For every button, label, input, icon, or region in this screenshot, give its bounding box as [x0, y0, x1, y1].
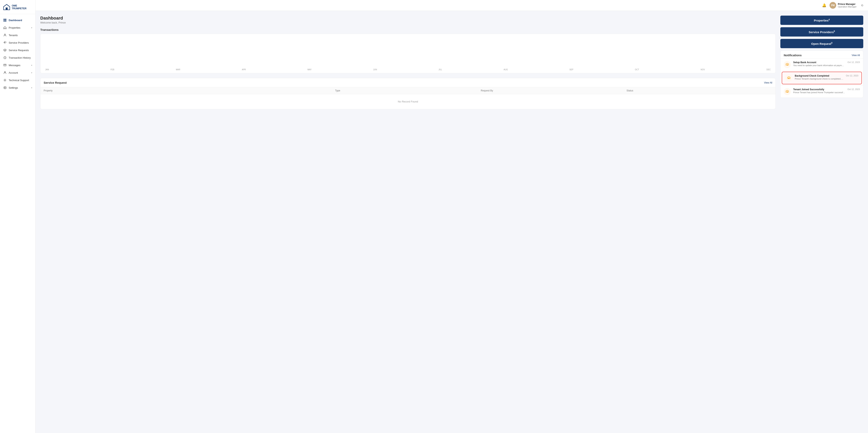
notification-date-3: Oct 12, 2023	[847, 88, 860, 90]
message-icon	[3, 63, 7, 67]
chevron-down-icon: ▾	[31, 27, 32, 29]
settings-icon	[3, 86, 7, 89]
month-feb: FEB	[111, 68, 114, 71]
notification-item-1[interactable]: Setup Bank Account You need to update yo…	[780, 58, 863, 70]
svg-rect-5	[4, 20, 5, 22]
sidebar-item-technical-support[interactable]: Technical Support	[0, 76, 35, 84]
left-column: Dashboard Welcome back, Prince Transacti…	[40, 16, 776, 428]
user-menu[interactable]: PM Prince Manager Operation Manager	[830, 2, 857, 9]
user-info: Prince Manager Operation Manager	[838, 3, 857, 8]
svg-rect-4	[5, 19, 6, 20]
logo-icon	[3, 4, 10, 11]
sidebar-item-tenants[interactable]: Tenants	[0, 31, 35, 39]
sidebar-item-settings[interactable]: Settings ▾	[0, 84, 35, 91]
notifications-view-all[interactable]: View All	[851, 54, 860, 57]
notifications-header: Notifications View All	[780, 51, 863, 58]
notification-item-3[interactable]: Tenant Joined Successfully Prince Tenant…	[780, 86, 863, 97]
sidebar: OME TRUMPETER Dashboard Properties ▾ Ten…	[0, 0, 35, 433]
notification-text-1: You need to update your bank information…	[793, 64, 845, 66]
service-providers-button-label: Service Providers0	[809, 30, 835, 34]
page-subtitle: Welcome back, Prince	[40, 21, 776, 24]
notification-icon-2	[785, 74, 793, 82]
month-dec: DEC	[767, 68, 771, 71]
open-request-button[interactable]: Open Request0	[780, 39, 863, 48]
properties-button-label: Properties4	[814, 19, 830, 22]
svg-point-16	[788, 76, 789, 77]
properties-button[interactable]: Properties4	[780, 16, 863, 25]
notification-body-1: Setup Bank Account You need to update yo…	[793, 61, 845, 66]
svg-rect-2	[6, 7, 8, 10]
logo: OME TRUMPETER	[0, 0, 35, 14]
service-request-title: Service Request	[43, 81, 67, 84]
service-request-header: Service Request View All	[40, 78, 775, 87]
top-header: 🔔 PM Prince Manager Operation Manager ⎋	[35, 0, 868, 11]
chevron-down-icon: ▾	[31, 64, 32, 66]
sidebar-item-properties[interactable]: Properties ▾	[0, 24, 35, 31]
sidebar-item-dashboard-label: Dashboard	[9, 19, 22, 22]
sidebar-item-properties-label: Properties	[9, 26, 20, 29]
person-icon	[3, 33, 7, 37]
month-apr: APR	[242, 68, 246, 71]
notification-text-3: Prince Tenant has joined Home Trumpeter …	[793, 91, 845, 94]
month-jan: JAN	[45, 68, 49, 71]
col-property: Property	[43, 89, 335, 92]
month-nov: NOV	[701, 68, 705, 71]
svg-rect-15	[788, 78, 789, 79]
sidebar-item-service-requests[interactable]: Service Requests	[0, 47, 35, 54]
no-record-message: No Record Found	[40, 94, 775, 109]
month-sep: SEP	[569, 68, 574, 71]
notification-body-3: Tenant Joined Successfully Prince Tenant…	[793, 88, 845, 94]
service-request-section: Service Request View All Property Type R…	[40, 78, 776, 109]
sidebar-item-transaction-history[interactable]: Transaction History	[0, 54, 35, 61]
open-request-button-label: Open Request0	[811, 42, 833, 45]
service-providers-button[interactable]: Service Providers0	[780, 27, 863, 36]
service-request-view-all[interactable]: View All	[764, 81, 772, 84]
right-column: Properties4 Service Providers0 Open Requ…	[780, 16, 863, 428]
col-status: Status	[627, 89, 772, 92]
notification-name-1: Setup Bank Account	[793, 61, 845, 64]
month-oct: OCT	[635, 68, 639, 71]
transactions-chart: JAN FEB MAR APR MAY JUN JUL AUG SEP OCT …	[40, 34, 776, 73]
col-type: Type	[335, 89, 481, 92]
svg-rect-13	[787, 65, 788, 66]
svg-point-10	[4, 71, 5, 73]
notification-bell-icon[interactable]: 🔔	[822, 3, 826, 7]
month-mar: MAR	[176, 68, 180, 71]
logo-text: OME TRUMPETER	[12, 4, 32, 10]
month-jul: JUL	[438, 68, 442, 71]
sidebar-item-technical-support-label: Technical Support	[9, 79, 29, 82]
wrench-icon	[3, 41, 7, 44]
svg-point-12	[4, 87, 5, 88]
sidebar-item-messages-label: Messages	[9, 64, 20, 67]
notifications-section: Notifications View All Setup Bank Accoun…	[780, 51, 863, 98]
notification-item-2[interactable]: Background Check Completed Prince Tenant…	[782, 72, 862, 84]
layers-icon	[3, 49, 7, 52]
chevron-down-icon: ▾	[31, 87, 32, 89]
svg-rect-17	[787, 92, 788, 93]
sidebar-item-account[interactable]: Account ▾	[0, 69, 35, 76]
notification-text-2: Prince Tenant's background check is comp…	[795, 78, 843, 80]
sidebar-item-service-providers[interactable]: Service Providers	[0, 39, 35, 47]
main-area: 🔔 PM Prince Manager Operation Manager ⎋ …	[35, 0, 868, 433]
svg-rect-3	[4, 19, 5, 20]
sidebar-item-transaction-history-label: Transaction History	[9, 56, 31, 59]
sidebar-item-service-providers-label: Service Providers	[9, 41, 29, 44]
sidebar-item-messages[interactable]: Messages ▾	[0, 61, 35, 69]
user-name: Prince Manager	[838, 3, 857, 5]
chart-months: JAN FEB MAR APR MAY JUN JUL AUG SEP OCT …	[43, 68, 772, 71]
sidebar-item-settings-label: Settings	[9, 86, 18, 89]
user-icon	[3, 71, 7, 74]
svg-point-18	[787, 90, 787, 91]
clock-icon	[3, 56, 7, 59]
svg-point-7	[4, 34, 5, 35]
avatar: PM	[830, 2, 836, 9]
notification-icon-1	[784, 61, 791, 68]
logout-icon[interactable]: ⎋	[861, 4, 863, 7]
month-may: MAY	[307, 68, 311, 71]
gear-icon	[3, 79, 7, 82]
sidebar-item-dashboard[interactable]: Dashboard	[0, 17, 35, 24]
sidebar-nav: Dashboard Properties ▾ Tenants Service P…	[0, 14, 35, 94]
table-header: Property Type Request By Status	[40, 87, 775, 94]
col-request-by: Request By	[481, 89, 627, 92]
notification-icon-3	[784, 88, 791, 95]
